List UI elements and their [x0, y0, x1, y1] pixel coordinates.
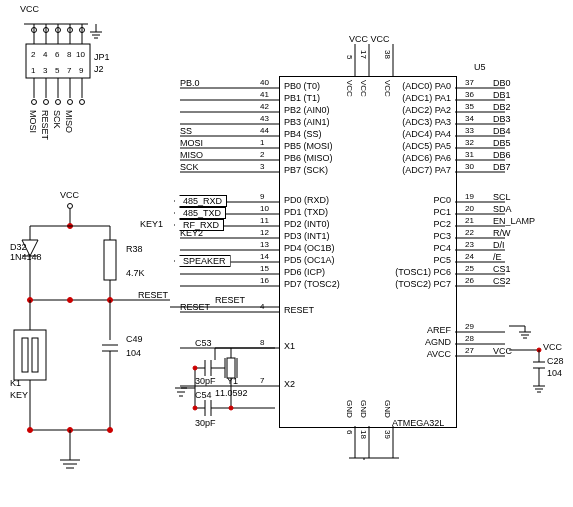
mcu-right-pin-num: 34 — [465, 114, 474, 123]
xtal-circuit: C53 30pF Y1 11.0592 C54 30pF — [165, 330, 285, 460]
svg-rect-43 — [22, 338, 28, 372]
mcu-right-pin-fn: (ADC0) PA0 — [402, 81, 451, 91]
hdr-bot-pin: 3 — [43, 66, 47, 75]
net-label: SCK — [180, 162, 199, 172]
mcu-left-pin-fn: PB3 (AIN1) — [284, 117, 330, 127]
mcu-right-pin-num: 26 — [465, 276, 474, 285]
net-label: DB3 — [493, 114, 511, 124]
c28-ref: C28 — [547, 356, 564, 366]
mcu-right-pin-num: 23 — [465, 240, 474, 249]
mcu-right-pin-fn: PC3 — [433, 231, 451, 241]
net-label: PB.0 — [180, 78, 200, 88]
hdr-top-pin: 10 — [76, 50, 85, 59]
c49-val: 104 — [126, 348, 141, 358]
hdr-top-pin: 2 — [31, 50, 35, 59]
mcu-top-fn: VCC — [383, 80, 392, 97]
net-label: DB4 — [493, 126, 511, 136]
mcu-left-pin-num: 15 — [260, 264, 269, 273]
mcu-right-pin-num: 30 — [465, 162, 474, 171]
mcu-right-pin-num: 36 — [465, 90, 474, 99]
mcu-right-pin-num: 33 — [465, 126, 474, 135]
net-label: DB0 — [493, 78, 511, 88]
y1-val: 11.0592 — [215, 388, 248, 398]
hdr-bot-pin: 1 — [31, 66, 35, 75]
mcu-right-pin-fn: PC4 — [433, 243, 451, 253]
avcc-vcc-label: VCC — [543, 342, 562, 352]
svg-point-24 — [68, 100, 73, 105]
mcu-left-pin-num: 43 — [260, 114, 269, 123]
net-label: DB5 — [493, 138, 511, 148]
mcu-bot-fn: GND — [383, 400, 392, 418]
mcu-left-pin-num: 2 — [260, 150, 264, 159]
mcu-left-pin-fn: PD7 (TOSC2) — [284, 279, 340, 289]
net-label: SS — [180, 126, 192, 136]
mcu-left-pin-fn: PB4 (SS) — [284, 129, 322, 139]
net-tag: 485_TXD — [174, 207, 226, 219]
k1-val: KEY — [10, 390, 28, 400]
vcc-top-label: VCC VCC — [349, 34, 390, 44]
mcu-right-pin-num: 31 — [465, 150, 474, 159]
mcu-top-fn: VCC — [345, 80, 354, 97]
net-label: R/W — [493, 228, 511, 238]
mcu-left-pin-fn: PB0 (T0) — [284, 81, 320, 91]
c53-ref: C53 — [195, 338, 212, 348]
mcu-right-pin-fn: PC1 — [433, 207, 451, 217]
mcu-right-pin-num: 28 — [465, 334, 474, 343]
net-label: KEY1 — [140, 219, 163, 229]
net-label: DB7 — [493, 162, 511, 172]
mcu-right-pin-num: 35 — [465, 102, 474, 111]
svg-point-26 — [68, 204, 73, 209]
mcu-left-pin-fn: PD2 (INT0) — [284, 219, 330, 229]
mcu-right-pin-num: 32 — [465, 138, 474, 147]
mcu-right-pin-fn: (ADC3) PA3 — [402, 117, 451, 127]
mcu-left-pin-fn: PB2 (AIN0) — [284, 105, 330, 115]
hdr-net: RESET — [40, 110, 50, 140]
c53-val: 30pF — [195, 376, 216, 386]
net-label: SCL — [493, 192, 511, 202]
mcu-right-pin-fn: (ADC2) PA2 — [402, 105, 451, 115]
mcu-ref: U5 — [474, 62, 486, 72]
hdr-top-pin: 4 — [43, 50, 47, 59]
svg-point-23 — [56, 100, 61, 105]
mcu-right-pin-num: 22 — [465, 228, 474, 237]
net-label: CS2 — [493, 276, 511, 286]
svg-point-50 — [28, 428, 33, 433]
mcu-left-pin-fn: PD6 (ICP) — [284, 267, 325, 277]
diode-part: 1N4148 — [10, 252, 42, 262]
svg-rect-44 — [32, 338, 38, 372]
svg-point-126 — [193, 366, 197, 370]
mcu-right-pin-fn: (TOSC1) PC6 — [395, 267, 451, 277]
mcu-right-pin-fn: (ADC4) PA4 — [402, 129, 451, 139]
mcu-left-pin-fn: X2 — [284, 379, 295, 389]
svg-rect-114 — [227, 358, 235, 378]
c28-val: 104 — [547, 368, 562, 378]
mcu-right-pin-num: 24 — [465, 252, 474, 261]
mcu-right-pin-num: 29 — [465, 322, 474, 331]
vcc-label: VCC — [20, 4, 39, 14]
svg-point-25 — [80, 100, 85, 105]
mcu-top-pin: 5 — [345, 55, 354, 59]
mcu-left-pin-num: 16 — [260, 276, 269, 285]
net-label: D/I — [493, 240, 505, 250]
net-label: /E — [493, 252, 502, 262]
avcc-circuit: VCC C28 104 — [505, 320, 565, 420]
mcu-left-pin-num: 10 — [260, 204, 269, 213]
mcu-left-pin-fn: PD3 (INT1) — [284, 231, 330, 241]
mcu-right-pin-fn: PC0 — [433, 195, 451, 205]
mcu-right-pin-num: 37 — [465, 78, 474, 87]
mcu-right-pin-fn: PC2 — [433, 219, 451, 229]
mcu-left-pin-num: 12 — [260, 228, 269, 237]
mcu-left-pin-fn: PD5 (OC1A) — [284, 255, 335, 265]
mcu-right-pin-fn: PC5 — [433, 255, 451, 265]
hdr-net: SCK — [52, 110, 62, 129]
net-label: CS1 — [493, 264, 511, 274]
mcu-left-pin-fn: PB5 (MOSI) — [284, 141, 333, 151]
mcu-left-pin-num: 11 — [260, 216, 269, 225]
svg-rect-42 — [14, 330, 46, 380]
hdr-bot-pin: 5 — [55, 66, 59, 75]
hdr-top-pin: 8 — [67, 50, 71, 59]
mcu-right-pin-fn: AGND — [425, 337, 451, 347]
hdr-ref: JP1 — [94, 52, 110, 62]
reset-net-label: RESET — [138, 290, 168, 300]
hdr-bot-pin: 9 — [79, 66, 83, 75]
